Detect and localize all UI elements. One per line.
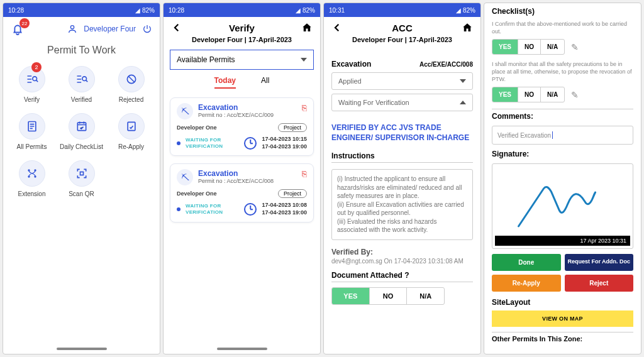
notifications-button[interactable]: 22 bbox=[11, 22, 25, 36]
option-no[interactable]: NO bbox=[370, 288, 408, 304]
tab-all[interactable]: All bbox=[261, 76, 269, 89]
project-pill: Project bbox=[278, 123, 307, 132]
statusbar: 10:28 ◢82% bbox=[164, 3, 320, 17]
svg-point-0 bbox=[71, 26, 74, 29]
signature-canvas[interactable] bbox=[495, 167, 630, 236]
page-title: Permit To Work bbox=[3, 41, 160, 66]
user-icon[interactable] bbox=[67, 24, 77, 34]
battery-pct: 82% bbox=[142, 7, 155, 14]
status-dot bbox=[177, 141, 180, 145]
home-button[interactable] bbox=[462, 22, 473, 33]
request-doc-button[interactable]: Request For Addn. Doc bbox=[565, 254, 634, 271]
option-no[interactable]: NO bbox=[518, 40, 541, 54]
option-yes[interactable]: YES bbox=[492, 87, 518, 102]
option-no[interactable]: NO bbox=[518, 87, 541, 102]
battery-pct: 82% bbox=[463, 7, 475, 14]
copy-icon[interactable]: ⎘ bbox=[302, 103, 307, 113]
chevron-down-icon bbox=[301, 58, 307, 62]
home-button[interactable] bbox=[301, 22, 313, 33]
grid-label: Verify bbox=[24, 96, 40, 103]
acc-subtitle: Developer Four | 17-April-2023 bbox=[324, 35, 480, 50]
status-select-1[interactable]: Applied bbox=[331, 72, 473, 90]
svg-rect-6 bbox=[128, 122, 135, 130]
confirm1-options: YES NO N/A ✎ bbox=[492, 39, 633, 55]
wifi-icon: ◢ bbox=[296, 7, 301, 14]
grid-label: Rejected bbox=[119, 96, 143, 103]
rejected-icon bbox=[118, 66, 145, 92]
home-header: 22 Developer Four bbox=[3, 17, 160, 41]
grid-all-permits[interactable]: All Permits bbox=[8, 113, 55, 150]
permit-title: Excavation bbox=[198, 169, 274, 178]
back-button[interactable] bbox=[171, 22, 182, 33]
permit-card[interactable]: ⛏ Excavation Permit no : Acc/EXE/ACC/008… bbox=[170, 163, 314, 222]
svg-point-2 bbox=[82, 77, 86, 81]
option-na[interactable]: N/A bbox=[407, 288, 444, 304]
note-icon[interactable]: ✎ bbox=[571, 90, 579, 100]
svg-rect-11 bbox=[80, 172, 83, 175]
home-grid: 2 Verify Verified Rejected All Permits bbox=[3, 66, 160, 197]
statusbar: 10:31 ◢82% bbox=[324, 3, 480, 17]
action-buttons: Done Request For Addn. Doc Re-Apply Reje… bbox=[492, 254, 633, 292]
reapply-button[interactable]: Re-Apply bbox=[492, 275, 561, 292]
verified-by-block: Verified By: dev4@ngt.com.sg On 17-04-20… bbox=[331, 248, 473, 265]
status-time: 10:28 bbox=[8, 7, 24, 14]
status-dot bbox=[177, 207, 180, 211]
clock-icon bbox=[244, 203, 257, 216]
status-select-2[interactable]: Waiting For Verification bbox=[331, 94, 473, 111]
option-yes[interactable]: YES bbox=[332, 288, 370, 304]
confirm-text-1: I Confirm that the above-mentioned work … bbox=[492, 21, 633, 35]
copy-icon[interactable]: ⎘ bbox=[302, 169, 307, 178]
excavation-icon: ⛏ bbox=[177, 169, 193, 185]
grid-reapply[interactable]: Re-Apply bbox=[108, 113, 155, 150]
chevron-down-icon bbox=[460, 79, 466, 83]
checklist-heading: Checklist(s) bbox=[492, 7, 633, 16]
other-permits-heading: Other Permits In This Zone: bbox=[492, 332, 633, 343]
permit-times: 17-04-2023 10:15 17-04-2023 19:00 bbox=[262, 136, 307, 150]
available-permits-select[interactable]: Available Permits bbox=[170, 50, 314, 70]
verify-header: Verify bbox=[164, 17, 320, 35]
developer-name: Developer One bbox=[177, 124, 217, 131]
grid-scan-qr[interactable]: Scan QR bbox=[58, 160, 105, 197]
tab-today[interactable]: Today bbox=[214, 76, 236, 89]
verified-by-value: dev4@ngt.com.sg On 17-04-2023 10:31:08 A… bbox=[331, 258, 473, 265]
calendar-check-icon bbox=[69, 113, 95, 140]
back-button[interactable] bbox=[331, 22, 343, 33]
grid-extension[interactable]: Extension bbox=[8, 160, 55, 197]
doc-attached-options: YES NO N/A bbox=[331, 287, 445, 305]
signature-heading: Signature: bbox=[492, 150, 633, 158]
instructions-heading: Instructions bbox=[331, 151, 473, 163]
note-icon[interactable]: ✎ bbox=[571, 42, 579, 52]
reject-button[interactable]: Reject bbox=[565, 275, 634, 292]
screen-checklist: Checklist(s) I Confirm that the above-me… bbox=[484, 3, 641, 354]
screen-home: 10:28 ◢ 82% 22 Developer Four Permit To … bbox=[3, 3, 160, 354]
option-na[interactable]: N/A bbox=[541, 87, 564, 102]
permit-type-label: Excavation bbox=[331, 60, 371, 69]
permit-card[interactable]: ⛏ Excavation Permit no : Acc/EXE/ACC/009… bbox=[170, 97, 314, 156]
user-name[interactable]: Developer Four bbox=[84, 25, 136, 33]
acc-header: ACC bbox=[324, 17, 480, 35]
grid-label: Verified bbox=[71, 96, 92, 103]
signature-timestamp: 17 Apr 2023 10:31 bbox=[495, 236, 630, 246]
view-on-map-button[interactable]: VIEW ON MAP bbox=[492, 310, 633, 327]
grid-label: All Permits bbox=[17, 143, 47, 150]
verify-badge: 2 bbox=[31, 62, 42, 72]
option-yes[interactable]: YES bbox=[492, 40, 518, 54]
grid-rejected[interactable]: Rejected bbox=[108, 66, 155, 103]
grid-label: Scan QR bbox=[69, 190, 94, 197]
comment-input[interactable]: Verified Excavation bbox=[492, 126, 633, 145]
permit-title: Excavation bbox=[198, 103, 274, 112]
developer-name: Developer One bbox=[177, 190, 217, 197]
power-icon[interactable] bbox=[142, 24, 152, 34]
grid-daily-checklist[interactable]: Daily CheckList bbox=[58, 113, 105, 150]
svg-point-1 bbox=[32, 77, 36, 81]
grid-verify[interactable]: 2 Verify bbox=[8, 66, 55, 103]
grid-label: Re-Apply bbox=[118, 143, 144, 150]
done-button[interactable]: Done bbox=[492, 254, 561, 271]
signature-box[interactable]: 17 Apr 2023 10:31 bbox=[492, 163, 633, 249]
verified-by-heading: Verified By: bbox=[331, 248, 473, 256]
home-indicator bbox=[217, 348, 267, 350]
grid-verified[interactable]: Verified bbox=[58, 66, 105, 103]
notif-badge: 22 bbox=[19, 18, 30, 28]
option-na[interactable]: N/A bbox=[541, 40, 564, 54]
permit-no: Acc/EXE/ACC/008 bbox=[419, 61, 473, 68]
